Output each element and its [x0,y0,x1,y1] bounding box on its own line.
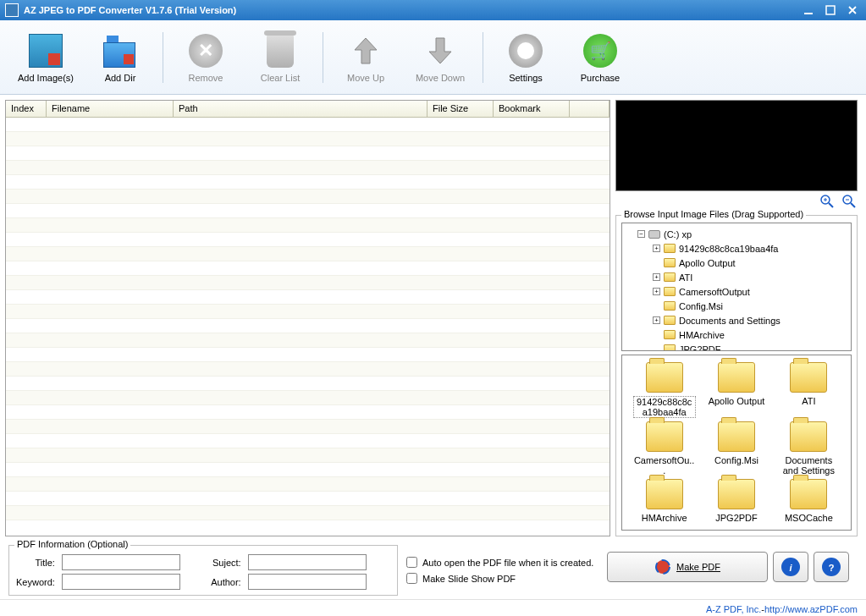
tree-item[interactable]: +Documents and Settings [626,313,847,327]
tree-item[interactable]: HMArchive [626,327,847,342]
folder-icon [664,330,676,339]
title-input[interactable] [62,554,180,570]
folder-icon [718,479,755,509]
browse-legend: Browse Input Image Files (Drag Supported… [621,209,806,219]
arrow-up-icon [347,32,384,69]
folder-icon [664,258,676,267]
purchase-button[interactable]: 🛒 Purchase [563,25,637,90]
folder-thumb[interactable]: HMArchive [629,479,699,523]
expand-icon[interactable]: + [653,316,660,324]
svg-rect-1 [826,6,835,14]
trash-icon [267,34,294,68]
folder-icon [664,301,676,311]
svg-rect-0 [804,13,813,14]
folder-icon [718,362,755,393]
tree-item[interactable]: Config.Msi [626,299,847,313]
add-images-button[interactable]: Add Image(s) [8,25,83,90]
auto-open-checkbox[interactable] [406,557,417,568]
col-index[interactable]: Index [6,101,47,117]
folder-icon [790,362,827,393]
slideshow-checkbox[interactable] [406,573,417,584]
tree-item[interactable]: +CamersoftOutput [626,284,847,299]
company-link[interactable]: A-Z PDF, Inc. [706,604,761,614]
subject-label: Suject: [211,558,240,568]
folder-thumb[interactable]: Documents and Settings [774,421,844,476]
pdf-info-legend: PDF Information (Optional) [14,539,130,549]
col-path[interactable]: Path [174,101,427,117]
author-label: Author: [211,577,240,587]
tree-item[interactable]: +ATI [626,270,847,284]
drive-icon [648,230,660,239]
thumbnail-pane[interactable]: 91429c88c8ca19baa4faApollo OutputATICame… [621,355,852,531]
toolbar: Add Image(s) Add Dir ✕ Remove Clear List… [0,20,866,95]
author-input[interactable] [248,574,367,590]
auto-open-option[interactable]: Auto open the PDF file when it is create… [406,557,598,568]
statusbar: A-Z PDF, Inc. - http://www.azPDF.com [0,599,866,616]
folder-thumb[interactable]: MSOCache [774,479,844,523]
svg-text:?: ? [829,563,835,573]
remove-icon: ✕ [189,34,223,68]
make-pdf-button[interactable]: Make PDF [607,552,768,582]
folder-thumb[interactable]: Config.Msi [701,421,771,476]
title-label: Title: [16,558,55,568]
zoom-in-button[interactable] [820,195,834,210]
file-grid[interactable]: Index Filename Path File Size Bookmark [5,100,610,536]
collapse-icon[interactable]: − [637,230,645,238]
help-icon: ? [821,557,841,577]
arrow-down-icon [422,32,459,69]
move-up-button[interactable]: Move Up [328,25,403,90]
add-images-icon [29,34,63,68]
zoom-out-button[interactable] [842,195,856,210]
clear-list-button[interactable]: Clear List [243,25,317,90]
pdf-info-group: PDF Information (Optional) Title: Suject… [8,545,398,596]
folder-thumb[interactable]: ATI [774,362,844,418]
svg-line-7 [851,203,855,207]
col-bookmark[interactable]: Bookmark [494,101,570,117]
move-down-button[interactable]: Move Down [403,25,477,90]
folder-thumb[interactable]: Apollo Output [701,362,771,418]
folder-icon [646,362,683,393]
folder-icon [790,479,827,509]
folder-icon [646,421,683,452]
folder-icon [718,421,755,452]
folder-tree[interactable]: − (C:) xp +91429c88c8ca19baa4faApollo Ou… [621,223,852,351]
tree-item[interactable]: JPG2PDF [626,342,847,351]
slideshow-option[interactable]: Make Slide Show PDF [406,573,598,584]
col-filename[interactable]: Filename [47,101,174,117]
help-button[interactable]: ? [814,552,849,582]
folder-icon [664,316,676,325]
url-link[interactable]: http://www.azPDF.com [764,604,858,614]
remove-button[interactable]: ✕ Remove [168,25,243,90]
settings-button[interactable]: Settings [488,25,563,90]
info-button[interactable]: i [773,552,808,582]
folder-icon [790,421,827,452]
folder-icon [664,244,676,253]
grid-header: Index Filename Path File Size Bookmark [6,101,610,118]
subject-input[interactable] [248,554,367,570]
add-dir-button[interactable]: Add Dir [83,25,157,90]
folder-icon [664,287,676,296]
gear-icon [509,34,543,68]
folder-thumb[interactable]: CamersoftOu... [629,421,699,476]
folder-icon [664,272,676,282]
expand-icon[interactable]: + [653,273,660,281]
minimize-button[interactable] [800,3,817,17]
add-dir-icon [103,34,137,68]
col-filesize[interactable]: File Size [427,101,494,117]
expand-icon[interactable]: + [653,245,660,252]
expand-icon[interactable]: + [653,288,660,295]
folder-icon [646,479,683,509]
svg-line-3 [829,203,833,207]
cart-icon: 🛒 [583,34,617,68]
grid-body [6,118,610,536]
tree-item[interactable]: Apollo Output [626,256,847,270]
app-icon [5,3,19,17]
folder-thumb[interactable]: 91429c88c8ca19baa4fa [629,362,699,418]
keyword-input[interactable] [62,574,180,590]
folder-thumb[interactable]: JPG2PDF [701,479,771,523]
maximize-button[interactable] [822,3,839,17]
close-button[interactable] [844,3,861,17]
tree-root[interactable]: − (C:) xp [626,227,847,241]
tree-item[interactable]: +91429c88c8ca19baa4fa [626,241,847,256]
folder-icon [664,344,676,351]
